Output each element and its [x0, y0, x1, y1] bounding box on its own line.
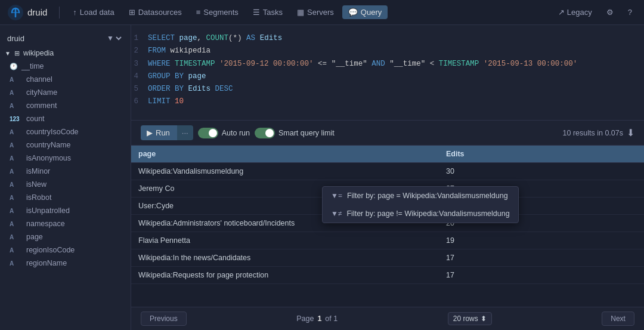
sidebar-field-isrobot[interactable]: A isRobot [0, 191, 131, 204]
sidebar-field-label: isNew [26, 180, 47, 189]
line-num-4: 4 [131, 70, 148, 83]
string-type-icon: A [10, 181, 23, 188]
sidebar: druid ▼ ▼ ⊞ wikipedia 🕐 __time A channel… [0, 25, 131, 330]
sidebar-field-channel[interactable]: A channel [0, 73, 131, 86]
context-menu-item-label: Filter by: page = Wikipedia:Vandalismusm… [347, 192, 508, 200]
page-label: Page [296, 314, 314, 323]
table-row[interactable]: Wikipedia:In the news/Candidates 17 [131, 249, 644, 267]
run-more-button[interactable]: ··· [177, 125, 193, 140]
nav-logo-text: druid [27, 7, 47, 17]
code-line-2: 2 FROM wikipedia [131, 45, 644, 57]
filter-eq-icon: ▼= [331, 192, 342, 200]
sidebar-field-regionname[interactable]: A regionName [0, 257, 131, 270]
sidebar-header: druid ▼ [0, 30, 131, 47]
code-line-3: 3 WHERE TIMESTAMP '2015-09-12 00:00:00' … [131, 58, 644, 70]
results-text: 10 results in 0.07s [563, 129, 623, 137]
line-num-1: 1 [131, 32, 148, 45]
auto-run-toggle[interactable] [198, 128, 218, 138]
smart-query-toggle[interactable] [255, 128, 275, 138]
sidebar-field-isminor[interactable]: A isMinor [0, 165, 131, 178]
sidebar-field-label: countryName [26, 141, 70, 149]
sidebar-datasource-select[interactable]: ▼ [104, 33, 123, 43]
string-type-icon: A [10, 208, 23, 214]
nav-item-query[interactable]: 💬 Query [342, 5, 388, 19]
download-button[interactable]: ⬇ [627, 127, 634, 138]
number-type-icon: 123 [10, 116, 23, 122]
more-icon: ··· [182, 128, 188, 137]
context-menu-filter-eq[interactable]: ▼= Filter by: page = Wikipedia:Vandalism… [323, 187, 518, 205]
code-editor[interactable]: 1 SELECT page, COUNT(*) AS Edits 2 FROM … [131, 25, 644, 121]
nav-item-load-data[interactable]: ↑ Load data [67, 5, 120, 19]
cell-page: Wikipedia:In the news/Candidates [131, 249, 439, 267]
segments-icon: ≡ [196, 8, 201, 17]
nav-item-servers[interactable]: ▦ Servers [291, 5, 340, 19]
auto-run-toggle-group: Auto run [198, 128, 250, 138]
table-row[interactable]: Flavia Pennetta 19 [131, 232, 644, 249]
nav-right: ↗ Legacy ⚙ ? [553, 5, 637, 19]
sidebar-datasource-name: wikipedia [23, 49, 54, 57]
run-button[interactable]: ▶ Run [141, 125, 177, 140]
cell-edits: 30 [439, 163, 644, 180]
nav-item-datasources-label: Datasources [138, 8, 182, 17]
sidebar-field-countryname[interactable]: A countryName [0, 138, 131, 152]
help-btn[interactable]: ? [623, 5, 637, 19]
string-type-icon: A [10, 103, 23, 109]
previous-button[interactable]: Previous [141, 312, 187, 326]
gear-icon: ⚙ [606, 8, 614, 17]
page-of-label: of 1 [325, 314, 338, 323]
page-number: 1 [317, 314, 321, 323]
sidebar-title: druid [7, 34, 24, 43]
sidebar-field-isunpatrolled[interactable]: A isUnpatrolled [0, 204, 131, 217]
col-page: page [131, 146, 439, 163]
nav-item-datasources[interactable]: ⊞ Datasources [123, 5, 188, 19]
table-row[interactable]: Wikipedia:Requests for page protection 1… [131, 267, 644, 284]
code-line-6: 6 LIMIT 10 [131, 95, 644, 108]
col-edits: Edits [439, 146, 644, 163]
sidebar-field-comment[interactable]: A comment [0, 99, 131, 112]
legacy-label: Legacy [567, 8, 592, 17]
sidebar-field-label: countryIsoCode [26, 128, 79, 136]
context-menu-filter-neq[interactable]: ▼≠ Filter by: page != Wikipedia:Vandalis… [323, 205, 518, 223]
smart-query-toggle-group: Smart query limit [255, 128, 335, 138]
sidebar-field-label: count [26, 115, 45, 123]
play-icon: ▶ [147, 128, 153, 137]
table-header-row: page Edits [131, 146, 644, 163]
sidebar-field-countryisocode[interactable]: A countryIsoCode [0, 125, 131, 138]
code-line-4: 4 GROUP BY page [131, 70, 644, 83]
results-info: 10 results in 0.07s ⬇ [563, 127, 634, 138]
nav-logo: druid [7, 4, 47, 21]
rows-per-page-select[interactable]: 20 rows ⬍ [448, 312, 492, 325]
sidebar-field-isnew[interactable]: A isNew [0, 178, 131, 191]
sidebar-field-cityname[interactable]: A cityName [0, 86, 131, 99]
sidebar-field-page[interactable]: A page [0, 230, 131, 243]
query-icon: 💬 [348, 8, 358, 17]
sidebar-field-label: regionIsoCode [26, 246, 75, 254]
string-type-icon: A [10, 221, 23, 227]
table-row[interactable]: Wikipedia:Vandalismusmeldung 30 [131, 163, 644, 180]
line-num-3: 3 [131, 58, 148, 70]
next-button[interactable]: Next [602, 312, 634, 326]
code-line-1: 1 SELECT page, COUNT(*) AS Edits [131, 32, 644, 45]
nav-item-segments[interactable]: ≡ Segments [190, 5, 244, 19]
servers-icon: ▦ [297, 8, 304, 17]
string-type-icon: A [10, 129, 23, 135]
nav-item-tasks-label: Tasks [263, 8, 283, 17]
run-label: Run [156, 128, 170, 137]
sidebar-field-regionisocode[interactable]: A regionIsoCode [0, 243, 131, 257]
sidebar-item-wikipedia[interactable]: ▼ ⊞ wikipedia [0, 47, 131, 60]
sidebar-field-label: page [26, 233, 43, 241]
string-type-icon: A [10, 260, 23, 267]
rows-dropdown-icon: ⬍ [481, 314, 487, 323]
nav-item-tasks[interactable]: ☰ Tasks [247, 5, 289, 19]
cell-page: Flavia Pennetta [131, 232, 439, 249]
sidebar-field-namespace[interactable]: A namespace [0, 217, 131, 230]
sidebar-field-isanonymous[interactable]: A isAnonymous [0, 152, 131, 165]
datasource-icon: ⊞ [14, 50, 20, 57]
sidebar-field-time[interactable]: 🕐 __time [0, 60, 131, 73]
settings-btn[interactable]: ⚙ [602, 5, 618, 19]
sidebar-field-count[interactable]: 123 count [0, 112, 131, 125]
legacy-btn[interactable]: ↗ Legacy [553, 5, 597, 19]
load-data-icon: ↑ [73, 8, 77, 17]
context-menu-item-label: Filter by: page != Wikipedia:Vandalismus… [346, 209, 509, 218]
nav-divider [59, 7, 60, 18]
